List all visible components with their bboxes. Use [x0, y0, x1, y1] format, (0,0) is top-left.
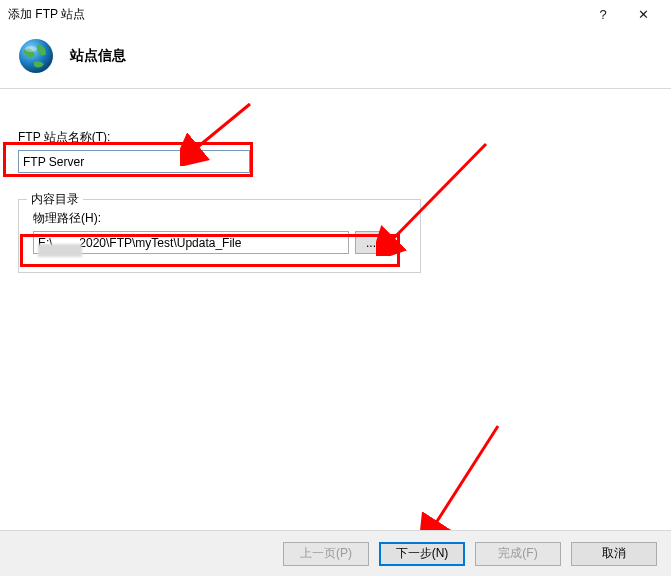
previous-button: 上一页(P) [283, 542, 369, 566]
window-title: 添加 FTP 站点 [8, 6, 583, 23]
browse-button[interactable]: ... [355, 231, 387, 254]
svg-point-0 [19, 39, 53, 73]
cancel-button[interactable]: 取消 [571, 542, 657, 566]
wizard-footer: 上一页(P) 下一步(N) 完成(F) 取消 [0, 530, 671, 576]
annotation-arrow-icon [420, 418, 510, 538]
svg-line-4 [434, 426, 498, 526]
close-button[interactable]: ✕ [623, 0, 663, 28]
content-directory-group: 内容目录 物理路径(H): ... [18, 199, 421, 273]
site-name-label: FTP 站点名称(T): [18, 129, 653, 146]
finish-button: 完成(F) [475, 542, 561, 566]
help-button[interactable]: ? [583, 0, 623, 28]
site-name-input[interactable] [18, 150, 250, 173]
content-directory-legend: 内容目录 [27, 191, 83, 208]
wizard-content: FTP 站点名称(T): 内容目录 物理路径(H): ... [0, 89, 671, 285]
next-button[interactable]: 下一步(N) [379, 542, 465, 566]
physical-path-label: 物理路径(H): [33, 210, 406, 227]
physical-path-input[interactable] [33, 231, 349, 254]
svg-point-1 [25, 46, 37, 52]
wizard-header: 站点信息 [0, 28, 671, 88]
page-title: 站点信息 [70, 47, 126, 65]
titlebar: 添加 FTP 站点 ? ✕ [0, 0, 671, 28]
globe-icon [16, 36, 56, 76]
